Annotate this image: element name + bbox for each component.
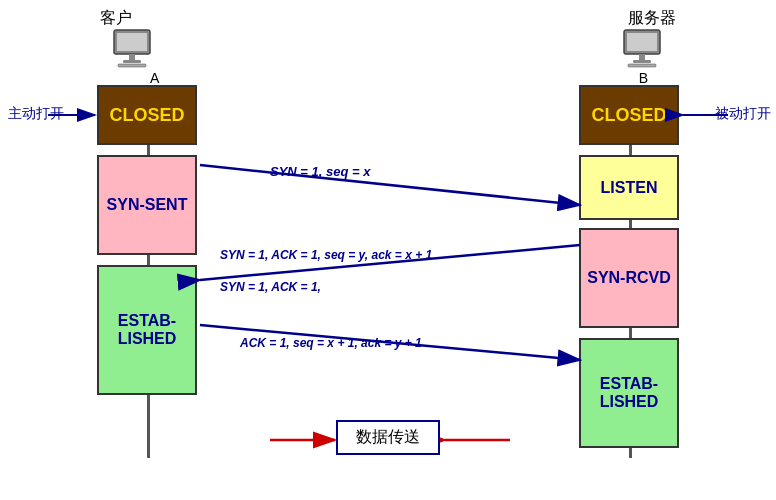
syn-sent-state: SYN-SENT <box>97 155 197 255</box>
arrow-ack-label: ACK = 1, seq = x + 1, ack = y + 1 <box>240 336 422 350</box>
data-transfer-box: 数据传送 <box>336 420 440 455</box>
node-b-label: B <box>639 70 648 86</box>
svg-line-14 <box>200 165 580 205</box>
closed-left-state: CLOSED <box>97 85 197 145</box>
active-open-label: 主动打开 <box>8 105 64 123</box>
arrow-ack-syn-label: SYN = 1, ACK = 1, <box>220 280 321 294</box>
svg-rect-3 <box>123 60 141 63</box>
server-label: 服务器 <box>628 8 676 29</box>
passive-open-label: 被动打开 <box>715 105 771 123</box>
estab-right-state: ESTAB-LISHED <box>579 338 679 448</box>
server-computer-icon <box>620 28 668 68</box>
tcp-handshake-diagram: 客户 服务器 A B CLOSED CLOSE <box>0 0 776 500</box>
listen-state: LISTEN <box>579 155 679 220</box>
svg-rect-1 <box>117 33 147 51</box>
client-computer-icon <box>110 28 158 68</box>
svg-rect-2 <box>129 54 135 60</box>
estab-left-state: ESTAB-LISHED <box>97 265 197 395</box>
node-a-label: A <box>150 70 159 86</box>
syn-rcvd-state: SYN-RCVD <box>579 228 679 328</box>
svg-rect-6 <box>627 33 657 51</box>
closed-right-state: CLOSED <box>579 85 679 145</box>
arrow-syn-label: SYN = 1, seq = x <box>270 164 370 179</box>
svg-rect-7 <box>639 54 645 60</box>
svg-rect-9 <box>628 64 656 67</box>
svg-rect-8 <box>633 60 651 63</box>
client-label: 客户 <box>100 8 132 29</box>
svg-rect-4 <box>118 64 146 67</box>
arrow-syn-ack-label: SYN = 1, ACK = 1, seq = y, ack = x + 1 <box>220 248 432 262</box>
